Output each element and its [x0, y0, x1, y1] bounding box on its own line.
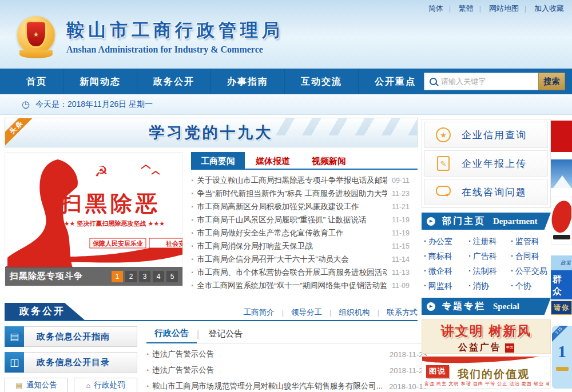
tab-business-news[interactable]: 工商要闻: [191, 152, 245, 169]
medal-icon: ★: [436, 127, 451, 142]
chat-consult-icon: [436, 186, 451, 196]
nav-item-news[interactable]: 新闻动态: [63, 69, 137, 94]
notice-announcement-button[interactable]: ▤ 通知公告: [5, 378, 68, 392]
news-item[interactable]: 市工商局消保分局打响蓝天保卫战 11-15: [191, 239, 418, 253]
search-icon: [430, 78, 437, 85]
nav-item-interaction[interactable]: 互动交流: [284, 69, 358, 94]
nav-item-gov-affairs[interactable]: 政务公开: [137, 69, 210, 94]
report-upload-icon: ✎: [437, 156, 450, 171]
photo-slider[interactable]: ☭ 扫黑除恶 ★★★ 坚决打赢扫黑除恶攻坚战 ★★★ 保障人民安居乐业 社会安定…: [5, 152, 183, 286]
headline-title[interactable]: 学习党的十九大: [149, 118, 273, 147]
department-link[interactable]: 办公室: [424, 234, 468, 249]
department-link[interactable]: 商标科: [424, 249, 468, 263]
announcement-tabbar: 行政公告 | 登记公告: [146, 326, 427, 343]
slider-page-1[interactable]: 1: [112, 271, 123, 282]
today-date: 今天是：2018年11月26日 星期一: [35, 99, 153, 110]
open-info-guide-button[interactable]: ▤ 政务信息公开指南: [5, 326, 137, 347]
headline-decoration: [268, 118, 417, 135]
announcement-item[interactable]: 违法广告警示公告 2018-11-23: [146, 362, 427, 378]
special-title: 专题专栏: [442, 301, 486, 313]
link-intro[interactable]: 工商简介: [243, 308, 274, 317]
admin-penalty-button[interactable]: ⌂ 行政处罚: [74, 378, 137, 392]
black-text-art: [553, 235, 570, 239]
link-structure[interactable]: 组织机构: [322, 308, 370, 317]
announcement-item[interactable]: 违法广告警示公告 2018-11-23: [146, 346, 427, 362]
tab-media-reports[interactable]: 媒体报道: [245, 152, 301, 169]
quicklink-annual-report-upload[interactable]: ✎ 企业年报上传: [424, 150, 548, 177]
topbar-link-favorite[interactable]: 加入收藏: [525, 4, 564, 13]
special-header: ▶ 专题专栏 Special: [422, 298, 551, 315]
nav-item-key-disclosure[interactable]: 公开重点: [358, 69, 432, 94]
news-item[interactable]: 争当“新时代新担当新作为”标兵 工商服务进校园助力大学生... 11-23: [191, 187, 418, 200]
china-civilization-logo: 中国: [505, 343, 514, 353]
slider-page-4[interactable]: 4: [153, 271, 164, 282]
tab-registration-announcements[interactable]: 登记公告: [199, 329, 252, 343]
gov-section-title: 政务公开: [5, 303, 85, 320]
link-contact[interactable]: 联系方式: [370, 308, 418, 317]
topbar-link-simplified[interactable]: 简体: [428, 4, 443, 13]
announcement-item[interactable]: 鞍山市工商局市场规范管理分局对鞍山骏华汽车销售服务有限公司... 2018-10…: [146, 378, 427, 392]
department-link[interactable]: 微企科: [424, 263, 468, 278]
civility-psa-banner[interactable]: 讲文明 树新风 公益广告 中国: [422, 319, 551, 354]
values-banner[interactable]: 图说 我们的价值观 富强 民主 文明 和谐 自由 平等 公正 法治 爱国 敬业 …: [422, 356, 551, 389]
news-item[interactable]: 市工商局高新区分局积极加强党风廉政建设工作 11-21: [191, 200, 418, 213]
edge-banner-strip: 政策 群众 请你 3 15 1: [551, 115, 572, 390]
topbar-link-sitemap[interactable]: 网站地图: [479, 4, 519, 13]
gov-emblem-logo: ★: [16, 14, 57, 59]
svg-text:社会安定有序: 社会安定有序: [165, 240, 183, 247]
tab-video-news[interactable]: 视频新闻: [301, 152, 357, 169]
link-leaders[interactable]: 领导分工: [274, 308, 322, 317]
core-values-list: 富强 民主 文明 和谐 自由 平等 公正 法治 爱国 敬业 诚信 友善: [424, 381, 549, 387]
site-title: 鞍山市工商行政管理局: [66, 18, 284, 42]
guide-book-icon: ▤: [5, 326, 24, 347]
edge-invite-bar[interactable]: 请你: [551, 301, 572, 315]
nav-item-home[interactable]: 首页: [10, 69, 63, 94]
news-item[interactable]: 市工商局千山风景区分局履职“重强抓” 让数据说话 11-19: [191, 213, 418, 226]
department-link[interactable]: 个协: [511, 278, 553, 293]
news-item[interactable]: 关于设立鞍山市工商局扫黑除恶专项斗争举报电话及邮箱的通知 09-11: [191, 174, 418, 187]
slider-page-3[interactable]: 3: [139, 271, 150, 282]
search-input[interactable]: [441, 74, 538, 89]
announcement-list: 违法广告警示公告 2018-11-23 违法广告警示公告 2018-11-23 …: [146, 346, 427, 392]
slider-page-2[interactable]: 2: [125, 271, 137, 282]
department-link[interactable]: 注册科: [468, 234, 511, 249]
notice-doc-icon: ▤: [15, 381, 22, 390]
play-circle-icon: ▶: [427, 217, 435, 226]
quicklink-box: ★ 企业信用查询 ✎ 企业年报上传 在线咨询问题: [422, 119, 551, 208]
edge-315-card[interactable]: 3 15 1: [551, 325, 572, 390]
play-circle-icon: ▶: [427, 302, 435, 311]
nav-item-service-guide[interactable]: 办事指南: [210, 69, 284, 94]
news-list: 关于设立鞍山市工商局扫黑除恶专项斗争举报电话及邮箱的通知 09-11 争当“新时…: [191, 174, 418, 292]
news-item[interactable]: 市工商局、市个体私营协会联合开展工商服务进校园活动 11-13: [191, 266, 418, 279]
topbar-link-traditional[interactable]: 繁體: [449, 4, 474, 13]
edge-red-banner[interactable]: [551, 121, 572, 152]
date-bar: ◷ 今天是：2018年11月26日 星期一: [0, 94, 572, 115]
search-button[interactable]: 搜索: [538, 73, 565, 90]
special-subtitle-en: Special: [493, 302, 519, 311]
news-item[interactable]: 市工商局企信分局召开“大干六十天”动员大会 11-14: [191, 253, 418, 266]
department-link[interactable]: 网监科: [424, 278, 468, 293]
svg-text:保障人民安居乐业: 保障人民安居乐业: [92, 239, 143, 247]
news-item[interactable]: 全市工商网监系统加强“双十一”期间网络集中促销活动监管工... 11-09: [191, 279, 418, 292]
values-tag: 图说: [426, 365, 449, 378]
department-link[interactable]: 监管科: [511, 234, 553, 249]
department-link[interactable]: 广告科: [468, 249, 511, 263]
tab-admin-announcements[interactable]: 行政公告: [146, 328, 197, 343]
department-link[interactable]: 公平交易: [511, 263, 553, 278]
edge-fist-banner[interactable]: [551, 197, 572, 245]
news-item[interactable]: 市工商局做好安全生产常态化宣传教育工作 11-19: [191, 226, 418, 239]
slider-page-5[interactable]: 5: [166, 271, 178, 282]
quicklink-online-consult[interactable]: 在线咨询问题: [424, 179, 548, 205]
main-nav: 首页 新闻动态 政务公开 办事指南 互动交流 公开重点 搜索: [0, 69, 572, 94]
slider-caption: 扫黑除恶专项斗争: [10, 271, 109, 282]
department-link[interactable]: 合同科: [511, 249, 553, 263]
edge-survey-banner[interactable]: 政策 群众: [551, 255, 572, 299]
announcement-panel: 行政公告 | 登记公告 违法广告警示公告 2018-11-23: [146, 326, 427, 392]
department-link[interactable]: 法制科: [468, 263, 511, 278]
quicklink-credit-query[interactable]: ★ 企业信用查询: [424, 122, 548, 148]
site-brand: ★ 鞍山市工商行政管理局 Anshan Administration for I…: [16, 14, 284, 59]
open-info-catalog-button[interactable]: ◫ 政务信息公开目录: [5, 352, 137, 373]
values-title: 我们的价值观: [458, 367, 530, 382]
department-link[interactable]: 消协: [468, 278, 511, 293]
edge-mountain-banner[interactable]: [551, 159, 572, 188]
